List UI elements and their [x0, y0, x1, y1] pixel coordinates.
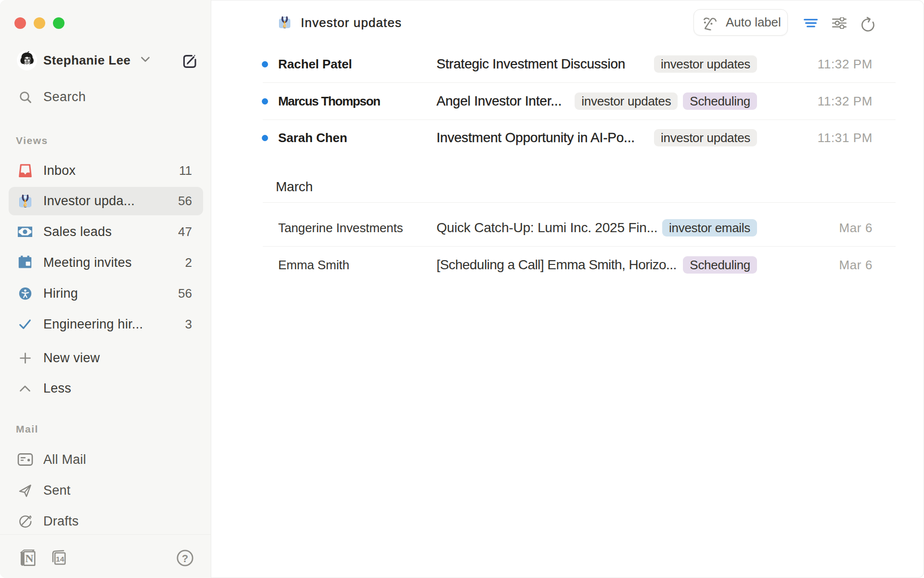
svg-text:?: ?: [182, 552, 188, 565]
svg-text:N: N: [25, 552, 34, 565]
svg-text:14: 14: [56, 555, 64, 563]
